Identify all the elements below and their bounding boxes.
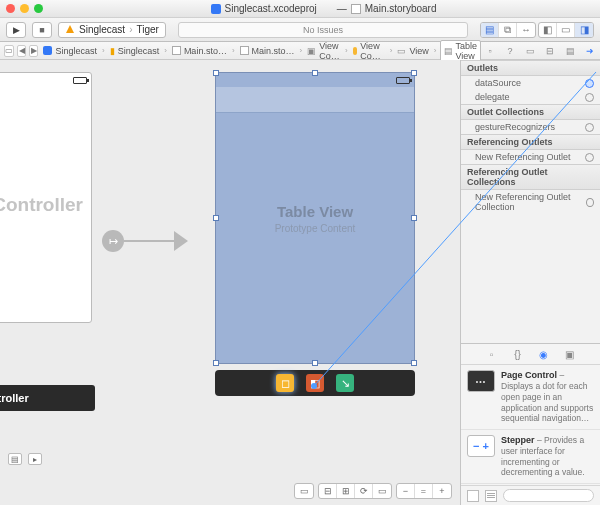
document-outline-toggle-group: ▤ ▸ <box>8 453 42 465</box>
zoom-window-button[interactable] <box>34 4 43 13</box>
library-item-page-control[interactable]: ••• Page Control – Displays a dot for ea… <box>461 365 600 430</box>
run-button[interactable]: ▶ <box>6 22 26 38</box>
tableview-scene[interactable]: Table View Prototype Content ◻ ◧ ↘ <box>215 72 415 396</box>
referencing-outlet-collections-header: Referencing Outlet Collections <box>461 164 600 190</box>
outlet-connector-icon[interactable] <box>585 79 594 88</box>
back-button[interactable]: ◀ <box>17 45 26 57</box>
zoom-controls[interactable]: − = + <box>396 483 452 499</box>
library-view-mode-list-icon[interactable] <box>485 490 497 502</box>
standard-editor-icon[interactable]: ▤ <box>481 23 499 37</box>
zoom-in-button[interactable]: + <box>433 484 451 498</box>
outline-expand-button[interactable]: ▸ <box>28 453 42 465</box>
zoom-out-button[interactable]: − <box>397 484 415 498</box>
outlet-connector-icon[interactable] <box>585 153 594 162</box>
auto-layout-tools[interactable]: ⊟ ⊞ ⟳ ▭ <box>318 483 392 499</box>
outlet-collections-header: Outlet Collections <box>461 104 600 120</box>
stop-button[interactable]: ■ <box>32 22 52 38</box>
exit-proxy-icon[interactable]: ↘ <box>336 374 354 392</box>
interface-builder-canvas[interactable]: n Controller n Controller ↦ Table View P… <box>0 60 460 505</box>
jump-bar: ▭ ◀ ▶ Singlecast› ▮Singlecast› Main.sto…… <box>0 42 600 60</box>
outlet-connector-icon[interactable] <box>585 123 594 132</box>
crumb-view[interactable]: ▭View <box>395 46 430 56</box>
outlets-header: Outlets <box>461 60 600 76</box>
canvas-bottom-tools: ▭ ⊟ ⊞ ⟳ ▭ − = + <box>294 483 452 499</box>
view-controller-proxy-icon[interactable]: ◻ <box>276 374 294 392</box>
crumb-storyboard-2[interactable]: Main.sto… <box>238 46 297 56</box>
crumb-tableview[interactable]: ▤Table View <box>440 40 482 62</box>
window-titlebar: Singlecast.xcodeproj — Main.storyboard <box>0 0 600 18</box>
forward-button[interactable]: ▶ <box>29 45 38 57</box>
scene-dock: ◻ ◧ ↘ <box>215 370 415 396</box>
left-view-controller-frame[interactable]: n Controller <box>0 72 92 323</box>
toggle-navigator-icon[interactable]: ◧ <box>539 23 557 37</box>
panel-visibility-segmented[interactable]: ◧ ▭ ◨ <box>538 22 594 38</box>
connections-inspector-icon[interactable]: ➜ <box>584 45 596 57</box>
form-factor-toggle[interactable]: ▭ <box>294 483 314 499</box>
segue-arrow[interactable]: ↦ <box>102 230 188 252</box>
new-referencing-outlet-collection-row[interactable]: New Referencing Outlet Collection <box>461 190 600 214</box>
media-library-icon[interactable]: ▣ <box>564 348 576 360</box>
size-inspector-icon[interactable]: ▤ <box>564 45 576 57</box>
scheme-selector[interactable]: Singlecast › Tiger <box>58 22 166 38</box>
new-referencing-outlet-row[interactable]: New Referencing Outlet <box>461 150 600 164</box>
table-view[interactable]: Table View Prototype Content <box>215 72 415 364</box>
scheme-app-icon <box>65 25 75 35</box>
crumb-viewcontroller[interactable]: View Co… <box>351 41 387 61</box>
version-editor-icon[interactable]: ↔ <box>517 23 535 37</box>
close-window-button[interactable] <box>6 4 15 13</box>
file-inspector-icon[interactable]: ▫ <box>484 45 496 57</box>
pin-button[interactable]: ⊞ <box>337 484 355 498</box>
toggle-debug-icon[interactable]: ▭ <box>557 23 575 37</box>
toolbar: ▶ ■ Singlecast › Tiger No Issues ▤ ⧉ ↔ ◧… <box>0 18 600 42</box>
outline-toggle-button[interactable]: ▤ <box>8 453 22 465</box>
outlet-connector-icon[interactable] <box>585 93 594 102</box>
code-snippet-library-icon[interactable]: {} <box>512 348 524 360</box>
window-title-document: — Main.storyboard <box>337 3 437 14</box>
referencing-outlets-header: Referencing Outlets <box>461 134 600 150</box>
library-item-stepper[interactable]: − + Stepper – Provides a user interface … <box>461 430 600 484</box>
crumb-folder[interactable]: ▮Singlecast <box>108 46 162 56</box>
stepper-icon: − + <box>467 435 495 457</box>
crumb-project[interactable]: Singlecast <box>41 46 99 56</box>
crumb-storyboard[interactable]: Main.sto… <box>170 46 229 56</box>
activity-status: No Issues <box>178 22 468 38</box>
library-view-mode-icon[interactable] <box>467 490 479 502</box>
crumb-scene[interactable]: ▣View Co… <box>305 41 342 61</box>
assistant-editor-icon[interactable]: ⧉ <box>499 23 517 37</box>
toggle-inspector-icon[interactable]: ◨ <box>575 23 593 37</box>
left-controller-placeholder-label: n Controller <box>0 194 83 216</box>
align-button[interactable]: ⊟ <box>319 484 337 498</box>
selection-handles <box>216 73 414 363</box>
left-view-controller-scene[interactable]: n Controller n Controller <box>0 72 95 411</box>
window-title-project: Singlecast.xcodeproj <box>211 3 317 14</box>
outlet-gesture-row[interactable]: gestureRecognizers <box>461 120 600 134</box>
file-template-library-icon[interactable]: ▫ <box>486 348 498 360</box>
left-scene-dock-label: n Controller <box>0 385 95 411</box>
library-filter-input[interactable] <box>503 489 594 502</box>
segue-icon: ↦ <box>102 230 124 252</box>
quick-help-icon[interactable]: ? <box>504 45 516 57</box>
inspector-panel: Outlets dataSource delegate Outlet Colle… <box>460 60 600 505</box>
related-items-button[interactable]: ▭ <box>4 45 14 57</box>
editor-mode-segmented[interactable]: ▤ ⧉ ↔ <box>480 22 536 38</box>
attributes-inspector-icon[interactable]: ⊟ <box>544 45 556 57</box>
outlet-delegate-row[interactable]: delegate <box>461 90 600 104</box>
minimize-window-button[interactable] <box>20 4 29 13</box>
battery-icon <box>73 77 87 84</box>
object-library-icon[interactable]: ◉ <box>538 348 550 360</box>
resolve-issues-button[interactable]: ⟳ <box>355 484 373 498</box>
zoom-actual-button[interactable]: = <box>415 484 433 498</box>
storyboard-icon <box>351 4 361 14</box>
first-responder-proxy-icon[interactable]: ◧ <box>306 374 324 392</box>
resizing-button[interactable]: ▭ <box>373 484 391 498</box>
outlet-connector-icon[interactable] <box>586 198 594 207</box>
library-panel: ▫ {} ◉ ▣ ••• Page Control – Displays a d… <box>461 343 600 505</box>
project-icon <box>211 4 221 14</box>
outlet-datasource-row[interactable]: dataSource <box>461 76 600 90</box>
identity-inspector-icon[interactable]: ▭ <box>524 45 536 57</box>
page-control-icon: ••• <box>467 370 495 392</box>
